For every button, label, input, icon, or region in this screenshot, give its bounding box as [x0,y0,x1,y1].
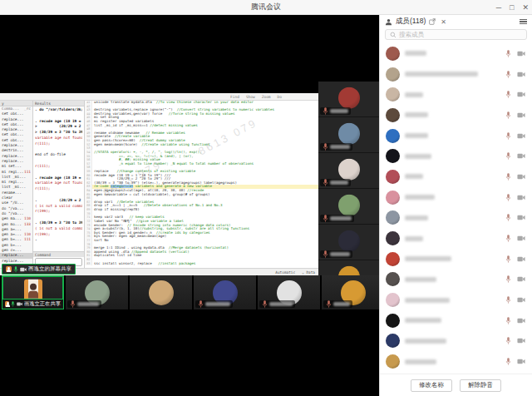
mic-icon[interactable] [505,337,511,344]
camera-icon[interactable] [17,301,22,307]
camera-icon[interactable] [517,276,525,282]
camera-icon[interactable] [517,133,525,139]
member-search-box[interactable]: 搜索成员 [385,29,527,40]
results-line: r(111); [35,164,82,170]
camera-icon[interactable] [517,215,525,220]
shared-video-tile [318,225,379,260]
member-row[interactable] [380,64,532,85]
mic-icon[interactable] [505,91,511,98]
code-text: bys Gender: gen id_gender=_n [94,231,156,235]
mic-icon[interactable] [323,107,328,115]
member-name-blurred [405,133,428,138]
video-thumbnail[interactable] [258,275,320,309]
avatar [338,123,360,145]
mic-icon[interactable] [505,275,511,283]
mic-icon[interactable] [505,194,511,201]
member-row[interactable] [380,187,532,208]
member-row[interactable] [380,249,532,270]
mic-icon[interactable] [323,215,328,222]
results-line [35,158,82,164]
member-row[interactable] [380,270,532,290]
code-text: recode age (18 19 = 1 "18 to 19") /// [94,174,170,177]
mic-icon[interactable] [505,317,511,324]
camera-icon[interactable] [517,235,525,241]
mic-icon[interactable] [323,250,328,258]
member-row[interactable] [380,228,532,249]
member-row[interactable] [380,166,532,187]
member-controls [505,275,525,283]
code-text: append using .dta [94,250,131,254]
camera-icon[interactable] [517,338,525,344]
member-name-blurred [405,174,423,179]
member-row[interactable] [380,208,532,229]
camera-icon[interactable] [517,72,525,77]
mic-icon[interactable] [505,296,511,304]
line-number: 83 [85,262,92,266]
member-row[interactable] [380,331,532,352]
results-line: > (20/29 = 2 " [35,124,82,130]
mic-icon[interactable] [505,255,511,263]
members-header: 成员(118) ✕ [380,15,532,27]
unmute-button[interactable]: 解除静音 [460,379,501,392]
sharing-status-label: 画逸立正在共享 [2,299,64,309]
member-row[interactable] [380,43,532,64]
mic-icon[interactable] [505,50,511,57]
mic-icon[interactable] [505,173,511,181]
mic-icon[interactable] [505,152,511,160]
mic-icon[interactable] [11,300,15,308]
member-row[interactable] [380,126,532,146]
avatar [386,67,400,82]
member-row[interactable] [380,146,532,166]
maximize-button[interactable]: □ [510,0,514,15]
video-thumbnail[interactable] [66,275,128,309]
camera-icon[interactable] [517,112,525,118]
minimize-button[interactable]: ─ [496,0,501,15]
member-row[interactable] [380,105,532,126]
code-comment: //Change contents of existing variable [116,170,195,173]
video-thumbnail[interactable] [130,275,192,309]
code-comment: //Create variable using functions [141,143,209,146]
code-comment: //detect missing values [150,124,197,127]
mic-icon[interactable] [323,179,328,186]
mic-icon[interactable] [505,132,511,140]
results-line: variable age not found [35,136,82,141]
close-panel-icon[interactable]: ✕ [441,18,446,26]
code-comment: //force string to missing values [169,112,235,116]
camera-icon[interactable] [517,256,525,262]
mic-icon[interactable] [323,143,328,151]
camera-icon[interactable] [517,51,525,57]
window-controls: ─ □ ✕ [496,0,529,15]
camera-icon[interactable] [517,195,525,200]
video-thumbnail[interactable]: 画逸立正在共享 [2,275,64,309]
mic-icon[interactable] [505,111,511,119]
mic-icon[interactable] [262,300,268,308]
mic-icon[interactable] [198,300,204,308]
rename-button[interactable]: 修改名称 [411,379,452,392]
presenter-badge-icon [6,266,12,272]
code-comment: //install packages [158,262,195,265]
menu-icon[interactable] [520,19,527,25]
code-text: (20/29 = 2 "20 to 29") /// [94,177,170,181]
member-row[interactable] [380,290,532,310]
camera-icon[interactable] [517,174,525,180]
camera-icon[interactable] [517,297,525,303]
mic-icon[interactable] [505,358,511,365]
member-row[interactable] [380,310,532,331]
camera-icon[interactable] [517,318,525,324]
camera-icon[interactable] [517,153,525,159]
mic-icon[interactable] [505,71,511,78]
popout-icon[interactable] [429,18,436,25]
close-button[interactable]: ✕ [522,0,529,15]
member-row[interactable] [380,84,532,105]
mic-icon[interactable] [505,235,511,242]
mic-icon[interactable] [70,300,76,308]
mic-icon[interactable] [505,214,511,221]
camera-icon[interactable] [517,92,525,97]
avatar [386,293,400,307]
mic-icon[interactable] [326,300,332,308]
member-row[interactable] [380,351,532,372]
results-line: . [35,237,82,243]
camera-icon[interactable] [517,359,525,364]
video-thumbnail[interactable] [322,275,379,309]
video-thumbnail[interactable] [194,275,256,309]
